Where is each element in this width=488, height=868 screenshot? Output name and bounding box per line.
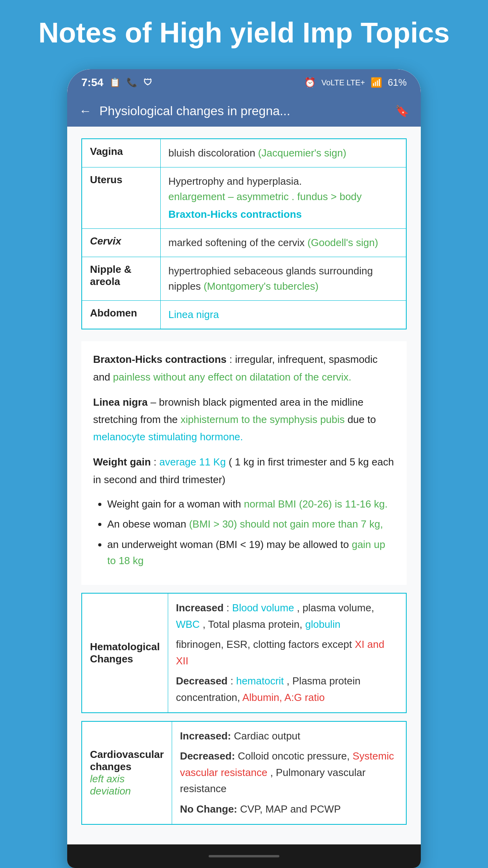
- weight-plain1: :: [154, 456, 159, 468]
- nipple-sign: (Montgomery's tubercles): [204, 280, 319, 292]
- notes-section: Braxton-Hicks contractions : irregular, …: [81, 341, 407, 585]
- uterus-line2: enlargement – asymmetric . fundus > body: [169, 189, 398, 204]
- cardio-nc-bold: No Change:: [180, 803, 237, 815]
- wbc: WBC: [176, 618, 200, 630]
- linea-plain2: due to: [347, 414, 376, 425]
- app-bar-title: Physiological changes in pregna...: [99, 104, 387, 118]
- table-row: Uterus Hypertrophy and hyperplasia. enla…: [82, 167, 406, 229]
- cardio-label-main: Cardiovascular changes: [90, 748, 164, 772]
- weight-teal: average 11 Kg: [160, 456, 226, 468]
- weight-gain-note: Weight gain : average 11 Kg ( 1 kg in fi…: [93, 453, 395, 488]
- list-item: An obese woman (BMI > 30) should not gai…: [107, 516, 395, 533]
- bullet1-plain: Weight gain for a woman with: [107, 498, 244, 510]
- body-changes-table: Vagina bluish discoloration (Jacquemier'…: [81, 138, 407, 329]
- status-right: ⏰ VoLTE LTE+ 📶 61%: [304, 77, 407, 88]
- status-bar: 7:54 📋 📞 🛡 ⏰ VoLTE LTE+ 📶 61%: [67, 69, 421, 96]
- cardio-increased: Increased: Cardiac output: [180, 728, 398, 745]
- cardio-nc-plain: CVP, MAP and PCWP: [240, 803, 341, 815]
- decreased-bold: Decreased: [176, 675, 228, 687]
- hema-value: Increased : Blood volume , plasma volume…: [168, 593, 406, 713]
- cardio-inc-bold: Increased:: [180, 730, 231, 742]
- vagina-plain: bluish discoloration: [169, 147, 258, 159]
- signal-icon: 📶: [371, 77, 382, 88]
- table-row: Abdomen Linea nigra: [82, 301, 406, 329]
- braxton-green: painless without any effect on dilatatio…: [113, 371, 352, 383]
- hema-label: Hematological Changes: [82, 593, 168, 713]
- cervix-sign: (Goodell's sign): [308, 237, 378, 248]
- table-row: Nipple & areola hypertrophied sebaceous …: [82, 257, 406, 301]
- abdomen-value: Linea nigra: [169, 309, 219, 320]
- row-value-uterus: Hypertrophy and hyperplasia. enlargement…: [160, 167, 406, 229]
- decreased-colon: :: [231, 675, 236, 687]
- hematocrit: hematocrit: [236, 675, 284, 687]
- cardio-decreased: Decreased: Colloid oncotic pressure, Sys…: [180, 748, 398, 797]
- bookmark-button[interactable]: 🔖: [395, 105, 409, 118]
- app-bar: ← Physiological changes in pregna... 🔖: [67, 96, 421, 127]
- blood-volume: Blood volume: [232, 602, 294, 614]
- time-display: 7:54: [81, 76, 103, 89]
- battery-display: 61%: [388, 77, 407, 88]
- phone-icon: 📞: [127, 77, 137, 88]
- weight-bold: Weight gain: [93, 456, 151, 468]
- row-label-abdomen: Abdomen: [82, 301, 160, 329]
- linea-bold: Linea nigra: [93, 396, 148, 408]
- notification-icon: 📋: [110, 77, 120, 88]
- alarm-icon: ⏰: [304, 77, 316, 88]
- increased-plain1: , plasma volume,: [297, 602, 374, 614]
- uterus-line1: Hypertrophy and hyperplasia.: [169, 174, 398, 189]
- row-label-cervix: Cervix: [82, 229, 160, 257]
- linea-nigra-note: Linea nigra – brownish black pigmented a…: [93, 394, 395, 446]
- network-label: VoLTE LTE+: [321, 78, 365, 87]
- cardio-inc-plain: Cardiac output: [234, 730, 300, 742]
- hema-fibrinogen: fibrinogen, ESR, clotting factors except…: [176, 636, 398, 669]
- row-value-vagina: bluish discoloration (Jacquemier's sign): [160, 139, 406, 167]
- back-button[interactable]: ←: [79, 104, 92, 118]
- increased-plain2: , Total plasma protein,: [203, 618, 305, 630]
- linea-teal: melanocyte stimulating hormone.: [93, 431, 243, 443]
- row-value-abdomen: Linea nigra: [160, 301, 406, 329]
- shield-icon: 🛡: [143, 77, 152, 88]
- linea-green: xiphisternum to the symphysis pubis: [181, 414, 345, 425]
- table-row: Hematological Changes Increased : Blood …: [82, 593, 406, 713]
- bullet3-plain: an underweight woman (BMI < 19) may be a…: [107, 539, 352, 550]
- bottom-nav-bar: [67, 844, 421, 868]
- row-label-vagina: Vagina: [82, 139, 160, 167]
- weight-bullets: Weight gain for a woman with normal BMI …: [107, 496, 395, 569]
- cervix-plain: marked softening of the cervix: [169, 237, 308, 248]
- table-row: Cervix marked softening of the cervix (G…: [82, 229, 406, 257]
- row-value-cervix: marked softening of the cervix (Goodell'…: [160, 229, 406, 257]
- list-item: Weight gain for a woman with normal BMI …: [107, 496, 395, 513]
- albumin: Albumin, A:G ratio: [242, 691, 325, 703]
- globulin: globulin: [305, 618, 341, 630]
- bullet1-green: normal BMI (20-26) is 11-16 kg.: [244, 498, 388, 510]
- status-left: 7:54 📋 📞 🛡: [81, 76, 152, 89]
- page-title: Notes of High yield Imp Topics: [15, 0, 473, 61]
- hematological-table: Hematological Changes Increased : Blood …: [81, 593, 407, 713]
- hema-decreased: Decreased : hematocrit , Plasma protein …: [176, 673, 398, 706]
- increased-colon: :: [226, 602, 232, 614]
- braxton-note: Braxton-Hicks contractions : irregular, …: [93, 351, 395, 385]
- bottom-indicator: [209, 855, 279, 857]
- content-area: Vagina bluish discoloration (Jacquemier'…: [67, 127, 421, 844]
- table-row: Vagina bluish discoloration (Jacquemier'…: [82, 139, 406, 167]
- cardio-dec-plain1: Colloid oncotic pressure,: [238, 750, 352, 762]
- table-row: Cardiovascular changes left axis deviati…: [82, 721, 406, 824]
- uterus-line3: Braxton-Hicks contractions: [169, 207, 398, 222]
- row-label-nipple: Nipple & areola: [82, 257, 160, 301]
- row-label-uterus: Uterus: [82, 167, 160, 229]
- phone-mockup: 7:54 📋 📞 🛡 ⏰ VoLTE LTE+ 📶 61% ← Physiolo…: [67, 69, 421, 868]
- cardio-label: Cardiovascular changes left axis deviati…: [82, 721, 172, 824]
- increased-bold: Increased: [176, 602, 224, 614]
- list-item: an underweight woman (BMI < 19) may be a…: [107, 537, 395, 569]
- vagina-sign: (Jacquemier's sign): [258, 147, 347, 159]
- braxton-bold: Braxton-Hicks contractions: [93, 353, 227, 365]
- fibrinogen-plain: fibrinogen, ESR, clotting factors except: [176, 638, 355, 650]
- cardio-no-change: No Change: CVP, MAP and PCWP: [180, 801, 398, 818]
- row-value-nipple: hypertrophied sebaceous glands surroundi…: [160, 257, 406, 301]
- cardiovascular-table: Cardiovascular changes left axis deviati…: [81, 721, 407, 825]
- cardio-label-sub: left axis deviation: [90, 773, 131, 797]
- bullet2-plain: An obese woman: [107, 518, 189, 530]
- cardio-dec-bold: Decreased:: [180, 750, 235, 762]
- hema-increased: Increased : Blood volume , plasma volume…: [176, 600, 398, 633]
- cardio-value: Increased: Cardiac output Decreased: Col…: [172, 721, 406, 824]
